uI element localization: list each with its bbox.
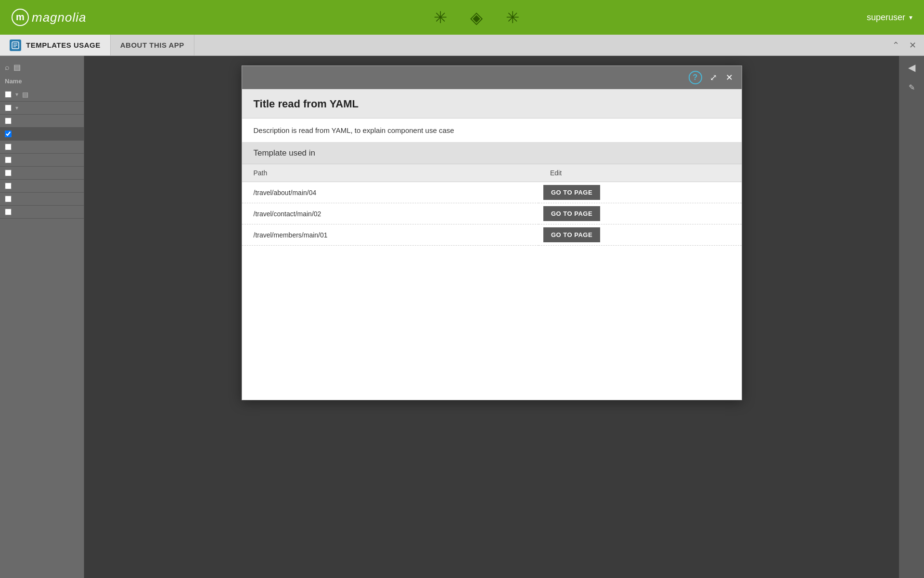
dialog-header: ? ⤢ ✕ (242, 66, 742, 89)
table-row: /travel/members/main/01 GO TO PAGE (242, 224, 742, 246)
folder-icon[interactable]: ▤ (13, 63, 21, 72)
row-expand-arrow[interactable]: ▾ (15, 91, 18, 98)
right-sidebar: ◀ ✎ (899, 56, 924, 578)
edit-cell-1: GO TO PAGE (539, 203, 742, 224)
logo: m magnolia (12, 9, 87, 26)
magnolia-logo-icon: m (12, 9, 29, 26)
grid-icon[interactable]: ◈ (470, 8, 483, 27)
left-toolbar: ⌕ ▤ (0, 60, 84, 75)
dialog-overlay: ? ⤢ ✕ Title read from YAML Description i… (84, 56, 899, 578)
row-checkbox[interactable] (5, 157, 12, 163)
list-item (0, 154, 84, 167)
tab-templates-usage[interactable]: TEMPLATES USAGE (0, 35, 111, 55)
list-item (0, 128, 84, 141)
right-sidebar-collapse-btn[interactable]: ◀ (906, 60, 917, 75)
user-menu[interactable]: superuser ▾ (867, 13, 912, 23)
user-dropdown-arrow: ▾ (909, 13, 912, 21)
list-item: ▾ (0, 102, 84, 115)
dialog-table: Path Edit /travel/about/main/04 GO TO PA… (242, 164, 742, 246)
expand-button[interactable]: ⤢ (709, 71, 718, 84)
close-tab-button[interactable]: ✕ (907, 39, 918, 52)
dialog-description: Description is read from YAML, to explai… (242, 118, 742, 143)
dialog-content-empty (242, 246, 742, 400)
topbar: m magnolia ✳ ◈ ✳ superuser ▾ (0, 0, 924, 35)
main-area: ⌕ ▤ Name ▾ ▤ ▾ (0, 56, 924, 578)
table-row: /travel/about/main/04 GO TO PAGE (242, 182, 742, 203)
expand-icon: ⤢ (710, 72, 717, 83)
row-expand-arrow[interactable]: ▾ (15, 105, 18, 111)
row-checkbox[interactable] (5, 118, 12, 124)
row-checkbox[interactable] (5, 105, 12, 111)
tab-about-this-app-label: ABOUT THIS APP (120, 41, 184, 49)
col-header-path: Path (242, 164, 539, 182)
row-checkbox[interactable] (5, 91, 12, 98)
close-icon: ✕ (726, 72, 733, 83)
username-label: superuser (867, 13, 905, 23)
row-checkbox[interactable] (5, 183, 12, 189)
tab-about-this-app[interactable]: ABOUT THIS APP (111, 35, 194, 55)
path-cell-0: /travel/about/main/04 (242, 182, 539, 203)
path-cell-2: /travel/members/main/01 (242, 224, 539, 246)
list-item (0, 180, 84, 193)
list-item (0, 193, 84, 206)
topbar-icons: ✳ ◈ ✳ (434, 8, 519, 27)
right-sidebar-edit-btn[interactable]: ✎ (907, 81, 917, 94)
templates-usage-icon (10, 39, 21, 51)
row-checkbox[interactable] (5, 131, 12, 137)
go-to-page-button-2[interactable]: GO TO PAGE (543, 227, 600, 242)
search-icon[interactable]: ⌕ (5, 63, 10, 72)
col-header-edit: Edit (539, 164, 742, 182)
list-item (0, 115, 84, 128)
dialog-title-section: Title read from YAML (242, 89, 742, 118)
row-folder-icon: ▤ (22, 91, 28, 98)
row-checkbox[interactable] (5, 196, 12, 202)
edit-cell-0: GO TO PAGE (539, 182, 742, 203)
table-header-row: Path Edit (242, 164, 742, 182)
row-checkbox[interactable] (5, 209, 12, 215)
svg-text:m: m (16, 12, 25, 22)
table-row: /travel/contact/main/02 GO TO PAGE (242, 203, 742, 224)
tabbar-controls: ⌃ ✕ (885, 35, 924, 56)
left-panel: ⌕ ▤ Name ▾ ▤ ▾ (0, 56, 84, 578)
row-checkbox[interactable] (5, 144, 12, 150)
logo-text: magnolia (32, 10, 87, 25)
path-cell-1: /travel/contact/main/02 (242, 203, 539, 224)
tabbar: TEMPLATES USAGE ABOUT THIS APP ⌃ ✕ (0, 35, 924, 56)
row-checkbox[interactable] (5, 170, 12, 176)
dialog-table-container: Path Edit /travel/about/main/04 GO TO PA… (242, 164, 742, 246)
go-to-page-button-0[interactable]: GO TO PAGE (543, 185, 600, 200)
dialog-title: Title read from YAML (254, 98, 730, 110)
list-item (0, 167, 84, 180)
asterisk-icon[interactable]: ✳ (506, 8, 519, 27)
help-button[interactable]: ? (689, 71, 702, 84)
list-item (0, 141, 84, 154)
dialog: ? ⤢ ✕ Title read from YAML Description i… (242, 66, 742, 400)
collapse-button[interactable]: ⌃ (890, 39, 901, 52)
list-item: ▾ ▤ (0, 88, 84, 102)
go-to-page-button-1[interactable]: GO TO PAGE (543, 206, 600, 221)
col-name-header: Name (0, 75, 84, 88)
tab-templates-usage-label: TEMPLATES USAGE (26, 41, 101, 49)
list-item (0, 206, 84, 219)
content-area: ? ⤢ ✕ Title read from YAML Description i… (84, 56, 899, 578)
edit-cell-2: GO TO PAGE (539, 224, 742, 246)
dialog-section-header: Template used in (242, 143, 742, 164)
tools-icon[interactable]: ✳ (434, 8, 447, 27)
close-dialog-button[interactable]: ✕ (725, 71, 734, 84)
